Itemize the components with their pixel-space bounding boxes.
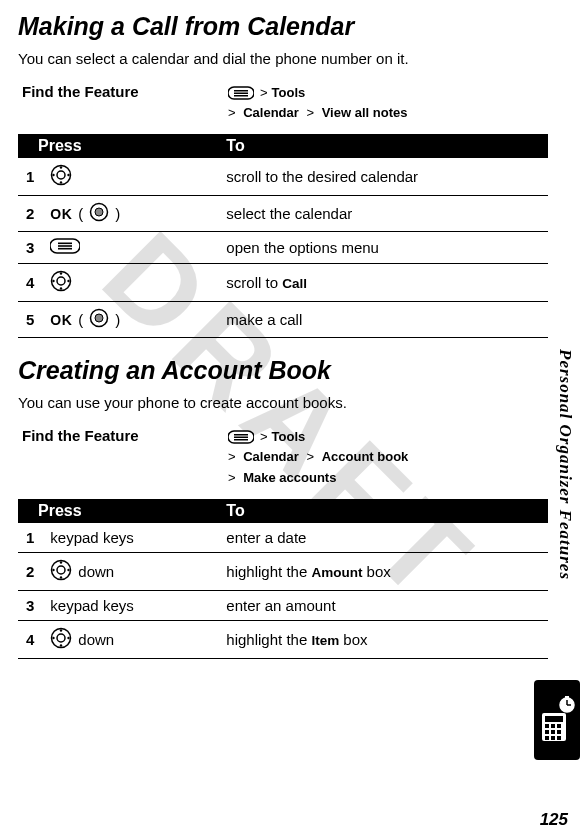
table-row: 4 scroll to Call [18, 264, 548, 302]
path-tools: Tools [272, 427, 306, 448]
step-num: 3 [18, 590, 42, 620]
step-num: 2 [18, 196, 42, 232]
section-title-account: Creating an Account Book [18, 356, 548, 385]
svg-point-21 [68, 280, 70, 282]
svg-rect-50 [551, 730, 555, 734]
svg-point-17 [57, 277, 65, 285]
ok-label: OK [50, 206, 72, 222]
step-num: 2 [18, 552, 42, 590]
path-accountbook: Account book [322, 447, 409, 468]
path-makeaccounts: Make accounts [243, 468, 336, 489]
svg-rect-3 [234, 95, 248, 97]
svg-point-31 [60, 576, 62, 578]
col-press: Press [18, 499, 218, 523]
step-to: scroll to the desired calendar [218, 158, 548, 196]
nav-key-icon [50, 627, 72, 652]
step-num: 4 [18, 264, 42, 302]
nav-key-icon [50, 559, 72, 584]
svg-point-7 [60, 181, 62, 183]
step-num: 1 [18, 523, 42, 553]
step-to: open the options menu [218, 232, 548, 264]
svg-point-36 [60, 629, 62, 631]
svg-rect-43 [565, 696, 569, 698]
col-to: To [218, 499, 548, 523]
svg-point-39 [68, 637, 70, 639]
svg-rect-47 [551, 724, 555, 728]
steps-table-account: Press To 1 keypad keys enter a date 2 do… [18, 499, 548, 659]
svg-point-18 [60, 272, 62, 274]
step-press: keypad keys [42, 523, 218, 553]
find-feature-label: Find the Feature [18, 427, 228, 444]
path-viewallnotes: View all notes [322, 103, 408, 124]
table-row: 4 down highlight the Item box [18, 620, 548, 658]
table-row: 2 OK ( ) select the calendar [18, 196, 548, 232]
step-num: 3 [18, 232, 42, 264]
path-tools: Tools [272, 83, 306, 104]
menu-key-icon [50, 240, 80, 257]
step-to: enter a date [218, 523, 548, 553]
step-to: select the calendar [218, 196, 548, 232]
svg-point-30 [60, 561, 62, 563]
find-feature-path-account: >Tools > Calendar > Account book > Make … [228, 427, 408, 489]
step-to: enter an amount [218, 590, 548, 620]
svg-rect-27 [234, 439, 248, 441]
step-to: highlight the Amount box [218, 552, 548, 590]
table-row: 3 keypad keys enter an amount [18, 590, 548, 620]
col-press: Press [18, 134, 218, 158]
svg-rect-2 [234, 92, 248, 94]
step-press [42, 232, 218, 264]
ok-label: OK [50, 312, 72, 328]
page-number: 125 [540, 810, 568, 830]
organizer-icon [534, 680, 580, 760]
step-press [42, 158, 218, 196]
svg-rect-49 [545, 730, 549, 734]
svg-point-38 [53, 637, 55, 639]
step-press: OK ( ) [42, 302, 218, 338]
svg-point-32 [53, 569, 55, 571]
step-press: down [42, 552, 218, 590]
svg-rect-15 [58, 248, 72, 250]
table-row: 5 OK ( ) make a call [18, 302, 548, 338]
svg-point-35 [57, 634, 65, 642]
find-feature-path-call: >Tools > Calendar > View all notes [228, 83, 407, 125]
step-press: OK ( ) [42, 196, 218, 232]
menu-key-icon [228, 430, 254, 444]
step-to: scroll to Call [218, 264, 548, 302]
path-calendar: Calendar [243, 103, 299, 124]
step-num: 4 [18, 620, 42, 658]
table-row: 1 scroll to the desired calendar [18, 158, 548, 196]
svg-point-29 [57, 566, 65, 574]
svg-rect-25 [234, 434, 248, 436]
nav-key-icon [50, 278, 72, 295]
svg-point-8 [53, 174, 55, 176]
svg-point-5 [57, 171, 65, 179]
svg-rect-54 [557, 736, 561, 740]
nav-key-icon [50, 172, 72, 189]
svg-rect-26 [234, 436, 248, 438]
page-content: Making a Call from Calendar You can sele… [0, 0, 582, 659]
step-to: make a call [218, 302, 548, 338]
svg-point-20 [53, 280, 55, 282]
svg-rect-45 [545, 716, 563, 722]
find-feature-row-call: Find the Feature >Tools > Calendar > Vie… [18, 83, 548, 125]
section-title-call: Making a Call from Calendar [18, 12, 548, 41]
svg-rect-53 [551, 736, 555, 740]
section-intro-account: You can use your phone to create account… [18, 393, 548, 413]
svg-rect-14 [58, 245, 72, 247]
center-key-icon [89, 202, 109, 225]
steps-table-call: Press To 1 scroll to the desired calenda… [18, 134, 548, 338]
step-press: keypad keys [42, 590, 218, 620]
svg-rect-46 [545, 724, 549, 728]
svg-rect-13 [58, 243, 72, 245]
svg-point-37 [60, 644, 62, 646]
step-press [42, 264, 218, 302]
svg-point-9 [68, 174, 70, 176]
find-feature-row-account: Find the Feature >Tools > Calendar > Acc… [18, 427, 548, 489]
step-press: down [42, 620, 218, 658]
svg-point-19 [60, 287, 62, 289]
step-num: 1 [18, 158, 42, 196]
menu-key-icon [228, 86, 254, 100]
path-calendar: Calendar [243, 447, 299, 468]
find-feature-label: Find the Feature [18, 83, 228, 100]
svg-rect-1 [234, 90, 248, 92]
